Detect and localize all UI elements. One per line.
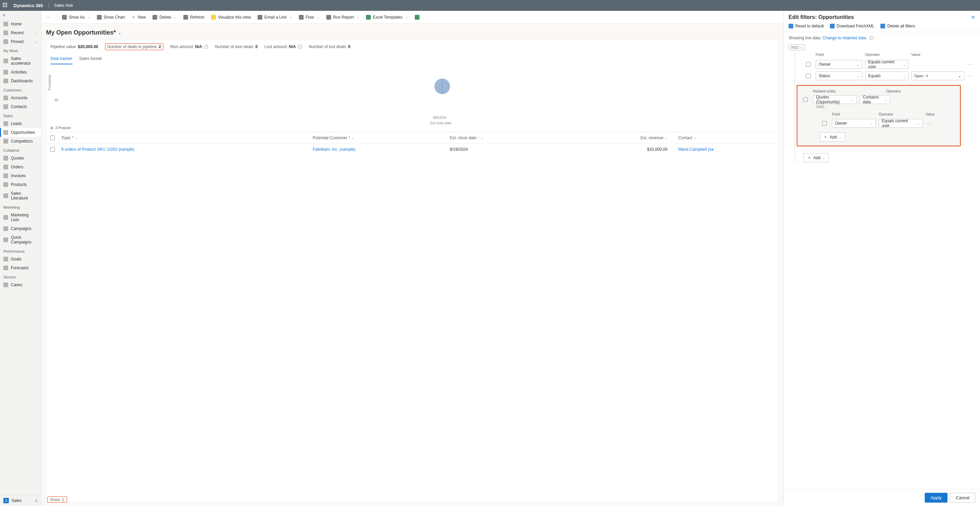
cmd-show-chart[interactable]: Show Chart xyxy=(94,14,128,21)
nav-sales-accelerator[interactable]: Sales accelerator xyxy=(0,54,41,68)
reset-icon xyxy=(789,24,793,29)
nav-activities[interactable]: Activities xyxy=(0,68,41,76)
cmd-visualize[interactable]: Visualize this view xyxy=(208,14,253,21)
select-all[interactable] xyxy=(46,135,59,140)
nav-orders[interactable]: Orders xyxy=(0,163,41,171)
row-select[interactable] xyxy=(46,147,59,152)
inner-and-operator[interactable]: AND⌄ xyxy=(814,104,830,109)
delete-all-filters-button[interactable]: Delete all filters xyxy=(880,24,915,29)
add-inner-button[interactable]: ＋Add⌄ xyxy=(820,132,845,141)
group-operator-and[interactable]: AND⌄ xyxy=(789,44,805,51)
row-checkbox[interactable] xyxy=(803,73,813,78)
col-label: Est. revenue xyxy=(640,135,663,140)
col-topic[interactable]: Topic*⌄ xyxy=(59,135,310,140)
cmd-new[interactable]: ＋New xyxy=(129,13,148,21)
operator-select[interactable]: Equals current user⌄ xyxy=(865,60,908,69)
grid-row[interactable]: 6 orders of Product SKU JJ202 (sample) F… xyxy=(46,144,778,155)
add-outer-button[interactable]: ＋Add⌄ xyxy=(803,153,829,162)
apply-button[interactable]: Apply xyxy=(925,493,947,503)
nav-contacts[interactable]: Contacts xyxy=(0,102,41,111)
cmd-label: Refresh xyxy=(190,15,204,20)
row-more-button[interactable]: ··· xyxy=(926,121,934,126)
flow-icon xyxy=(299,15,304,20)
nav-home[interactable]: Home xyxy=(0,20,41,29)
nav-quick-campaigns[interactable]: Quick Campaigns xyxy=(0,233,41,247)
row-more-button[interactable]: ··· xyxy=(967,62,975,67)
cell-contact[interactable]: Maria Campbell (sa xyxy=(676,147,778,152)
cmd-flow[interactable]: Flow⌄ xyxy=(296,14,322,21)
row-checkbox[interactable] xyxy=(820,121,829,126)
info-icon[interactable]: i xyxy=(298,45,302,49)
col-close-date[interactable]: Est. close date↑⌄ xyxy=(447,135,561,140)
nav-pinned[interactable]: Pinned⌄ xyxy=(0,37,41,46)
nav-recent[interactable]: Recent⌄ xyxy=(0,29,41,37)
info-icon[interactable]: i xyxy=(204,45,208,49)
select-value: Equals current user xyxy=(882,119,917,128)
nav-competitors[interactable]: Competitors xyxy=(0,137,41,146)
nav-invoices[interactable]: Invoices xyxy=(0,171,41,180)
cell-customer[interactable]: Fabrikam, Inc. (sample) xyxy=(310,147,447,152)
chevron-down-icon: ⌄ xyxy=(356,15,359,19)
download-fetchxml-button[interactable]: Download FetchXML xyxy=(830,24,874,29)
cmd-label: Flow xyxy=(305,15,314,20)
nav-forecasts[interactable]: Forecasts xyxy=(0,263,41,272)
col-contact[interactable]: Contact⌄ xyxy=(676,135,778,140)
nav-goals[interactable]: Goals xyxy=(0,255,41,263)
nav-campaigns[interactable]: Campaigns xyxy=(0,224,41,233)
nav-dashboards[interactable]: Dashboards xyxy=(0,76,41,86)
related-op-select[interactable]: Contains data⌄ xyxy=(860,95,890,104)
nav-marketing-lists[interactable]: Marketing Lists xyxy=(0,211,41,224)
operator-select[interactable]: Equals current user⌄ xyxy=(879,119,923,128)
row-more-button[interactable]: ··· xyxy=(967,73,975,78)
chip-remove-icon[interactable]: ✕ xyxy=(926,74,929,78)
col-customer[interactable]: Potential Customer*⌄ xyxy=(310,135,447,140)
operator-select[interactable]: Equals⌄ xyxy=(865,71,908,80)
col-revenue[interactable]: Est. revenue⌄ xyxy=(561,135,675,140)
chart-bubble[interactable] xyxy=(434,79,450,94)
cmd-excel-templates[interactable]: Excel Templates⌄ xyxy=(363,14,410,21)
field-select[interactable]: Owner⌄ xyxy=(816,60,862,69)
cmd-refresh[interactable]: Refresh xyxy=(181,14,207,21)
field-select[interactable]: Status⌄ xyxy=(816,71,862,80)
nav-cases[interactable]: Cases xyxy=(0,281,41,289)
area-switcher[interactable]: S Sales ⇅ xyxy=(0,495,41,506)
cmd-delete[interactable]: Delete⌄ xyxy=(150,14,179,21)
value-chip-input[interactable]: Open✕⌄ xyxy=(911,71,964,80)
chart-x-tick: 08/19/24 xyxy=(433,116,446,119)
related-entity-select[interactable]: Quotes (Opportunity)⌄ xyxy=(813,95,857,104)
metric-label: Number of won deals xyxy=(215,44,253,49)
cmd-label: Show Chart xyxy=(104,15,125,20)
metrics-bar: Pipeline value$20,000.00 Number of deals… xyxy=(46,40,779,54)
cmd-email-link[interactable]: Email a Link⌄ xyxy=(255,14,294,21)
close-button[interactable]: ✕ xyxy=(971,14,975,20)
cancel-button[interactable]: Cancel xyxy=(950,493,975,503)
reset-to-default-button[interactable]: Reset to default xyxy=(789,24,824,29)
invoice-icon xyxy=(3,173,8,178)
info-icon[interactable]: i xyxy=(870,36,873,40)
cmd-excel-export[interactable] xyxy=(412,14,422,21)
nav-leads[interactable]: Leads xyxy=(0,119,41,128)
back-button[interactable]: ← xyxy=(44,14,54,21)
nav-opportunities[interactable]: Opportunities xyxy=(0,128,41,137)
nav-quotes[interactable]: Quotes xyxy=(0,154,41,163)
cmd-show-as[interactable]: Show As⌄ xyxy=(59,14,93,21)
app-launcher-icon[interactable] xyxy=(3,3,8,8)
metric-won-amount: Won amountN/Ai xyxy=(170,44,208,49)
nav-heading-service: Service xyxy=(0,272,41,281)
nav-products[interactable]: Products xyxy=(0,180,41,189)
nav-accounts[interactable]: Accounts xyxy=(0,94,41,102)
tab-deal-tracker[interactable]: Deal tracker xyxy=(51,54,73,64)
nav-collapse-icon[interactable]: ≡ xyxy=(0,11,41,20)
change-to-retained-link[interactable]: Change to retained data xyxy=(822,36,866,40)
cmd-run-report[interactable]: Run Report⌄ xyxy=(324,14,362,21)
checkbox-icon xyxy=(803,97,808,102)
cell-topic[interactable]: 6 orders of Product SKU JJ202 (sample) xyxy=(59,147,310,152)
field-select[interactable]: Owner⌄ xyxy=(832,119,876,128)
report-icon xyxy=(326,15,331,20)
tab-sales-funnel[interactable]: Sales funnel xyxy=(79,54,102,64)
row-checkbox[interactable] xyxy=(801,97,810,102)
view-title[interactable]: My Open Opportunities* ⌄ xyxy=(46,27,779,40)
nav-label: Activities xyxy=(11,70,27,75)
row-checkbox[interactable] xyxy=(803,62,813,67)
nav-sales-literature[interactable]: Sales Literature xyxy=(0,189,41,203)
